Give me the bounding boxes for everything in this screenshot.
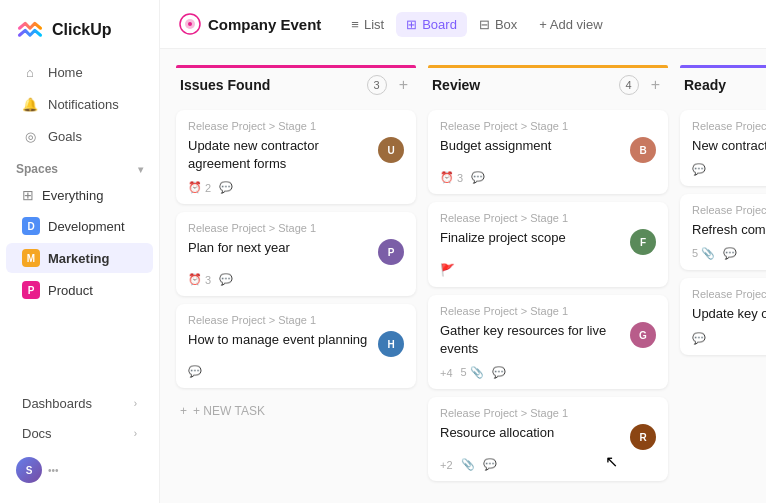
card-header: Gather key resources for live events G: [440, 322, 656, 358]
card-header: Budget assignment B: [440, 137, 656, 163]
sidebar-item-marketing[interactable]: M Marketing: [6, 243, 153, 273]
column-add-review[interactable]: +: [647, 74, 664, 96]
card-title: Plan for next year: [188, 239, 370, 257]
bell-icon: 🔔: [22, 96, 38, 112]
card-breadcrumb: Release Project > Stage 1: [188, 314, 404, 326]
card-footer: +2 📎 💬: [440, 458, 656, 471]
home-icon: ⌂: [22, 64, 38, 80]
card-breadcrumb: Release Project > Stage 1: [440, 305, 656, 317]
sidebar-item-everything[interactable]: ⊞ Everything: [6, 181, 153, 209]
column-count-review: 4: [619, 75, 639, 95]
tab-box-label: Box: [495, 17, 517, 32]
sidebar-item-goals[interactable]: ◎ Goals: [6, 121, 153, 151]
avatar: R: [630, 424, 656, 450]
sidebar-item-notifications[interactable]: 🔔 Notifications: [6, 89, 153, 119]
header-nav: ≡ List ⊞ Board ⊟ Box + Add view: [341, 12, 612, 37]
card-footer: 💬: [188, 365, 404, 378]
sidebar-item-home[interactable]: ⌂ Home: [6, 57, 153, 87]
dashboards-chevron-icon: ›: [134, 398, 137, 409]
dashboards-label: Dashboards: [22, 396, 92, 411]
sidebar-home-label: Home: [48, 65, 83, 80]
board-icon: ⊞: [406, 17, 417, 32]
column-add-issues[interactable]: +: [395, 74, 412, 96]
docs-chevron-icon: ›: [134, 428, 137, 439]
sidebar-item-docs[interactable]: Docs ›: [6, 419, 153, 448]
everything-icon: ⊞: [22, 187, 34, 203]
spaces-section-header: Spaces ▾: [0, 152, 159, 180]
sidebar-bottom: Dashboards › Docs › S •••: [0, 388, 159, 491]
svg-point-2: [188, 22, 192, 26]
sidebar-goals-label: Goals: [48, 129, 82, 144]
card-title: New contractor agreement: [692, 137, 766, 155]
user-status-dot: •••: [48, 465, 59, 476]
extra-count: +4: [440, 367, 453, 379]
attach-icon: 📎: [461, 458, 475, 471]
card-header: Finalize project scope F: [440, 229, 656, 255]
card-title: Resource allocation: [440, 424, 622, 442]
card-breadcrumb: Release Project > Stage 1: [440, 212, 656, 224]
card-footer: 💬: [692, 163, 766, 176]
add-view-button[interactable]: + Add view: [529, 12, 612, 37]
sidebar: ClickUp ⌂ Home 🔔 Notifications ◎ Goals S…: [0, 0, 160, 503]
card-ready-2[interactable]: Release Project > Stage 1 Update key obj…: [680, 278, 766, 354]
card-breadcrumb: Release Project > Stage 1: [692, 288, 766, 300]
comment-icon: 💬: [471, 171, 485, 184]
docs-label: Docs: [22, 426, 52, 441]
tab-board-label: Board: [422, 17, 457, 32]
column-review: Review 4 + Release Project > Stage 1 Bud…: [428, 65, 668, 487]
tab-box[interactable]: ⊟ Box: [469, 12, 527, 37]
new-task-button[interactable]: + + NEW TASK: [176, 396, 416, 426]
plus-icon: +: [180, 404, 187, 418]
card-ready-1[interactable]: Release Project > Stage 1 Refresh compan…: [680, 194, 766, 270]
task-icon: ⏰: [188, 181, 202, 194]
sidebar-notifications-label: Notifications: [48, 97, 119, 112]
avatar: F: [630, 229, 656, 255]
product-dot: P: [22, 281, 40, 299]
card-breadcrumb: Release Project > Stage 1: [440, 407, 656, 419]
card-header: Refresh company website: [692, 221, 766, 239]
avatar: G: [630, 322, 656, 348]
avatar: H: [378, 331, 404, 357]
card-review-3[interactable]: Release Project > Stage 1 Resource alloc…: [428, 397, 668, 481]
card-footer: +4 5 📎 💬: [440, 366, 656, 379]
comment-icon: 💬: [483, 458, 497, 471]
development-dot: D: [22, 217, 40, 235]
card-review-1[interactable]: Release Project > Stage 1 Finalize proje…: [428, 202, 668, 287]
card-issues-0[interactable]: Release Project > Stage 1 Update new con…: [176, 110, 416, 204]
list-icon: ≡: [351, 17, 359, 32]
sidebar-everything-label: Everything: [42, 188, 103, 203]
tab-list-label: List: [364, 17, 384, 32]
tab-list[interactable]: ≡ List: [341, 12, 394, 37]
avatar: U: [378, 137, 404, 163]
page-title: Company Event: [208, 16, 321, 33]
card-issues-2[interactable]: Release Project > Stage 1 How to manage …: [176, 304, 416, 388]
card-issues-1[interactable]: Release Project > Stage 1 Plan for next …: [176, 212, 416, 296]
card-footer: ⏰ 2 💬: [188, 181, 404, 194]
user-profile[interactable]: S •••: [0, 449, 159, 491]
main-content: Company Event ≡ List ⊞ Board ⊟ Box + Add…: [160, 0, 766, 503]
card-review-2[interactable]: Release Project > Stage 1 Gather key res…: [428, 295, 668, 389]
sidebar-marketing-label: Marketing: [48, 251, 109, 266]
card-header: Plan for next year P: [188, 239, 404, 265]
header: Company Event ≡ List ⊞ Board ⊟ Box + Add…: [160, 0, 766, 49]
card-breadcrumb: Release Project > Stage 1: [188, 120, 404, 132]
add-view-label: + Add view: [539, 17, 602, 32]
comment-icon: 💬: [692, 332, 706, 345]
card-review-0[interactable]: Release Project > Stage 1 Budget assignm…: [428, 110, 668, 194]
sidebar-product-label: Product: [48, 283, 93, 298]
tab-board[interactable]: ⊞ Board: [396, 12, 467, 37]
card-title: Gather key resources for live events: [440, 322, 622, 358]
card-ready-0[interactable]: Release Project > Stage 1 New contractor…: [680, 110, 766, 186]
sidebar-item-product[interactable]: P Product: [6, 275, 153, 305]
extra-count: +2: [440, 459, 453, 471]
sidebar-item-dashboards[interactable]: Dashboards ›: [6, 389, 153, 418]
attach-count: 5 📎: [692, 247, 715, 260]
card-header: How to manage event planning H: [188, 331, 404, 357]
column-count-issues: 3: [367, 75, 387, 95]
sidebar-item-development[interactable]: D Development: [6, 211, 153, 241]
avatar: P: [378, 239, 404, 265]
card-title: Refresh company website: [692, 221, 766, 239]
marketing-dot: M: [22, 249, 40, 267]
card-footer: 🚩: [440, 263, 656, 277]
new-task-label: + NEW TASK: [193, 404, 265, 418]
